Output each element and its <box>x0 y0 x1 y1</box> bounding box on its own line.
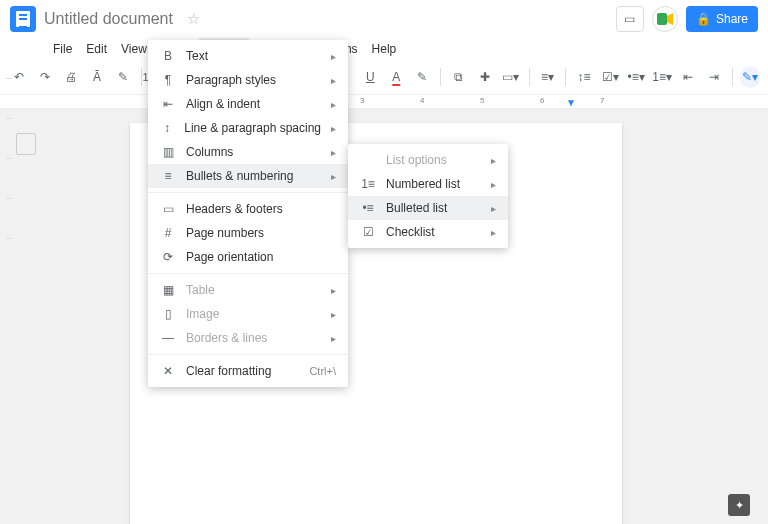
menuitem-icon: •≡ <box>360 201 376 215</box>
menuitem-icon: ▭ <box>160 202 176 216</box>
print-button[interactable]: 🖨 <box>60 66 82 88</box>
format-menu: BText▸¶Paragraph styles▸⇤Align & indent▸… <box>148 40 348 387</box>
paint-format-button[interactable]: ✎ <box>112 66 134 88</box>
menuitem-line-paragraph-spacing[interactable]: ↕Line & paragraph spacing▸ <box>148 116 348 140</box>
chevron-right-icon: ▸ <box>331 147 336 158</box>
menuitem-list-options: List options▸ <box>348 148 508 172</box>
menuitem-icon: ⇤ <box>160 97 176 111</box>
image-button[interactable]: ▭▾ <box>500 66 522 88</box>
svg-rect-0 <box>657 13 667 25</box>
chevron-right-icon: ▸ <box>331 333 336 344</box>
redo-button[interactable]: ↷ <box>34 66 56 88</box>
editing-mode-button[interactable]: ✎▾ <box>740 66 760 88</box>
menuitem-table: ▦Table▸ <box>148 278 348 302</box>
menuitem-icon: ▦ <box>160 283 176 297</box>
menuitem-columns[interactable]: ▥Columns▸ <box>148 140 348 164</box>
margin-marker[interactable]: ▼ <box>566 97 576 108</box>
menuitem-paragraph-styles[interactable]: ¶Paragraph styles▸ <box>148 68 348 92</box>
vertical-ruler[interactable] <box>6 78 12 524</box>
menuitem-icon: B <box>160 49 176 63</box>
text-color-button[interactable]: A <box>385 66 407 88</box>
star-icon[interactable]: ☆ <box>187 10 200 28</box>
menu-help[interactable]: Help <box>365 38 404 60</box>
numbered-list-button[interactable]: 1≡▾ <box>651 66 673 88</box>
menuitem-icon: ¶ <box>160 73 176 87</box>
menuitem-checklist[interactable]: ☑Checklist▸ <box>348 220 508 244</box>
bulleted-list-button[interactable]: •≡▾ <box>625 66 647 88</box>
align-button[interactable]: ≡▾ <box>536 66 558 88</box>
comment-button[interactable]: ✚ <box>474 66 496 88</box>
lock-icon: 🔒 <box>696 12 711 26</box>
menuitem-align-indent[interactable]: ⇤Align & indent▸ <box>148 92 348 116</box>
toolbar: ↶ ↷ 🖨 Ā ✎ 100% ▾ B I U A ✎ ⧉ ✚ ▭▾ ≡▾ ↕≡ … <box>0 60 768 95</box>
menu-edit[interactable]: Edit <box>79 38 114 60</box>
menu-file[interactable]: File <box>46 38 79 60</box>
menuitem-image: ▯Image▸ <box>148 302 348 326</box>
chevron-right-icon: ▸ <box>331 309 336 320</box>
svg-marker-1 <box>667 13 673 25</box>
menuitem-icon: # <box>160 226 176 240</box>
horizontal-ruler[interactable]: 3 4 5 6 7 ▼ <box>0 95 768 109</box>
indent-dec-button[interactable]: ⇤ <box>677 66 699 88</box>
menuitem-text[interactable]: BText▸ <box>148 44 348 68</box>
chevron-right-icon: ▸ <box>491 179 496 190</box>
menuitem-page-numbers[interactable]: #Page numbers <box>148 221 348 245</box>
menuitem-page-orientation[interactable]: ⟳Page orientation <box>148 245 348 269</box>
highlight-button[interactable]: ✎ <box>411 66 433 88</box>
menuitem-icon: — <box>160 331 176 345</box>
spellcheck-button[interactable]: Ā <box>86 66 108 88</box>
chevron-right-icon: ▸ <box>331 51 336 62</box>
doc-title[interactable]: Untitled document <box>44 10 173 28</box>
menuitem-clear-formatting[interactable]: ✕Clear formattingCtrl+\ <box>148 359 348 383</box>
menuitem-icon: 1≡ <box>360 177 376 191</box>
menuitem-icon: ☑ <box>360 225 376 239</box>
menubar: FileEditViewInsertFormatToolsExtensionsH… <box>0 38 768 60</box>
outline-toggle[interactable] <box>16 133 36 155</box>
underline-button[interactable]: U <box>359 66 381 88</box>
menuitem-bullets-numbering[interactable]: ≡Bullets & numbering▸ <box>148 164 348 188</box>
docs-logo[interactable] <box>10 6 36 32</box>
menuitem-borders-lines: —Borders & lines▸ <box>148 326 348 350</box>
menuitem-icon: ≡ <box>160 169 176 183</box>
chevron-right-icon: ▸ <box>331 285 336 296</box>
chevron-right-icon: ▸ <box>331 123 336 134</box>
app-header: Untitled document ☆ ▭ 🔒Share <box>0 0 768 38</box>
chevron-right-icon: ▸ <box>331 99 336 110</box>
menuitem-icon: ⟳ <box>160 250 176 264</box>
menuitem-icon: ✕ <box>160 364 176 378</box>
menuitem-numbered-list[interactable]: 1≡Numbered list▸ <box>348 172 508 196</box>
menuitem-icon: ▯ <box>160 307 176 321</box>
chevron-right-icon: ▸ <box>331 171 336 182</box>
explore-button[interactable]: ✦ <box>728 494 750 516</box>
menuitem-icon: ↕ <box>160 121 174 135</box>
bullets-numbering-submenu: List options▸1≡Numbered list▸•≡Bulleted … <box>348 144 508 248</box>
checklist-button[interactable]: ☑▾ <box>599 66 621 88</box>
chevron-right-icon: ▸ <box>491 203 496 214</box>
indent-inc-button[interactable]: ⇥ <box>703 66 725 88</box>
menuitem-bulleted-list[interactable]: •≡Bulleted list▸ <box>348 196 508 220</box>
share-button[interactable]: 🔒Share <box>686 6 758 32</box>
link-button[interactable]: ⧉ <box>448 66 470 88</box>
meet-icon[interactable] <box>652 6 678 32</box>
chevron-right-icon: ▸ <box>491 227 496 238</box>
present-icon[interactable]: ▭ <box>616 6 644 32</box>
menuitem-headers-footers[interactable]: ▭Headers & footers <box>148 197 348 221</box>
line-spacing-button[interactable]: ↕≡ <box>573 66 595 88</box>
menuitem-icon: ▥ <box>160 145 176 159</box>
chevron-right-icon: ▸ <box>491 155 496 166</box>
chevron-right-icon: ▸ <box>331 75 336 86</box>
